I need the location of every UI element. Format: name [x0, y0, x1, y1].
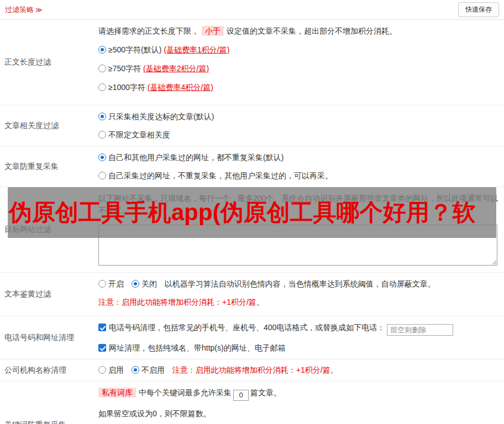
row-length-filter: 正文长度过滤 请选择需求的正文长度下限，小于设定值的文章不采集，超出部分不增加积…: [0, 20, 504, 105]
radio-icon[interactable]: [98, 172, 106, 179]
company-option-on[interactable]: 启用: [98, 365, 124, 374]
option-label: 不启用: [141, 365, 165, 374]
length-intro: 请选择需求的正文长度下限，小于设定值的文章不采集，超出部分不增加积分消耗。: [98, 25, 500, 37]
length-option-1000[interactable]: ≥1000字符(基础费率4积分/篇): [98, 81, 500, 93]
page-title: 过滤策略 ≫: [5, 5, 43, 15]
row-label-site: 目标网站过滤: [0, 187, 95, 272]
row-company-clean: 公司机构名称清理 启用 不启用 注意：启用此功能将增加积分消耗：+1积分/篇。: [0, 359, 504, 381]
row-phone-url-clean: 电话号码和网址清理 电话号码清理，包括常见的手机号、座机号、400电话格式，或替…: [0, 316, 504, 359]
row-site-filter: 目标网站过滤 以下网站不采集，只填域名，每行一个，最多200个。系统会自动识别并…: [0, 187, 504, 273]
private-lexicon-highlight: 私有词库: [98, 388, 136, 398]
row-content-length: 请选择需求的正文长度下限，小于设定值的文章不采集，超出部分不增加积分消耗。 ≥5…: [95, 20, 504, 105]
company-option-off[interactable]: 不启用: [132, 365, 165, 374]
row-content-keyword: 私有词库中每个关键词最多允许采集篇文章。 如果留空或设为0，则不限篇数。 如果设…: [95, 381, 504, 424]
row-content-dedup: 自己和其他用户采集过的网址，都不重复采集(默认) 自己采集过的网址，不重复采集，…: [95, 146, 504, 187]
fee-note: (基础费率1积分/篇): [164, 45, 229, 54]
option-label: 关闭: [141, 279, 157, 288]
keyword-limit-text: 中每个关键词最多允许采集: [139, 388, 232, 397]
relevance-option-any[interactable]: 不限定文章相关度: [98, 129, 500, 141]
site-filter-description: 以下网站不采集，只填域名，每行一个，最多200个。系统会自动识别并屏蔽那些非文章…: [98, 192, 500, 216]
keyword-limit-line: 私有词库中每个关键词最多允许采集篇文章。: [98, 386, 500, 401]
checkbox-label: 网址清理，包括纯域名、带http(s)的网址、电子邮箱: [109, 343, 286, 352]
row-label-company: 公司机构名称清理: [0, 359, 95, 381]
checkbox-icon[interactable]: [98, 324, 106, 331]
url-clean-option[interactable]: 网址清理，包括纯域名、带http(s)的网址、电子邮箱: [98, 342, 500, 354]
length-intro-after: 设定值的文章不采集，超出部分不增加积分消耗。: [227, 26, 397, 35]
company-clean-options: 启用 不启用 注意：启用此功能将增加积分消耗：+1积分/篇。: [98, 364, 500, 376]
option-label: 只采集相关度达标的文章(默认): [108, 112, 214, 121]
row-keyword-dedup: 关键词防重复采集 私有词库中每个关键词最多允许采集篇文章。 如果留空或设为0，则…: [0, 381, 504, 424]
dedup-option-all-users[interactable]: 自己和其他用户采集过的网址，都不重复采集(默认): [98, 151, 500, 163]
porn-filter-options: 开启 关闭 以机器学习算法自动识别色情内容，当色情概率达到系统阈值，自动屏蔽文章…: [98, 278, 500, 290]
phone-clean-option[interactable]: 电话号码清理，包括常见的手机号、座机号、400电话格式，或替换成如下电话：: [98, 321, 500, 336]
quick-save-button[interactable]: 快速保存: [458, 2, 499, 17]
row-dedup-collect: 文章防重复采集 自己和其他用户采集过的网址，都不重复采集(默认) 自己采集过的网…: [0, 146, 504, 187]
length-intro-highlight: 小于: [202, 26, 224, 36]
row-label-dedup: 文章防重复采集: [0, 146, 95, 187]
replacement-phone-input[interactable]: [387, 324, 453, 336]
company-clean-note: 注意：启用此功能将增加积分消耗：+1积分/篇。: [172, 365, 338, 374]
radio-icon[interactable]: [132, 366, 139, 374]
dedup-option-self-only[interactable]: 自己采集过的网址，不重复采集，其他用户采集过的，可以再采。: [98, 169, 500, 182]
option-label: 不限定文章相关度: [108, 130, 170, 139]
fee-note: (基础费率4积分/篇): [148, 83, 213, 92]
checkbox-label: 电话号码清理，包括常见的手机号、座机号、400电话格式，或替换成如下电话：: [109, 323, 385, 332]
porn-option-off[interactable]: 关闭: [132, 279, 157, 288]
row-content-phone: 电话号码清理，包括常见的手机号、座机号、400电话格式，或替换成如下电话： 网址…: [95, 316, 504, 359]
row-porn-filter: 文本鉴黄过滤 开启 关闭 以机器学习算法自动识别色情内容，当色情概率达到系统阈值…: [0, 273, 504, 316]
filter-strategy-page: 过滤策略 ≫ 快速保存 正文长度过滤 请选择需求的正文长度下限，小于设定值的文章…: [0, 0, 504, 424]
keyword-limit-suffix: 篇文章。: [250, 388, 281, 397]
length-option-750[interactable]: ≥750字符(基础费率2积分/篇): [98, 62, 500, 75]
porn-filter-note: 注意：启用此功能将增加积分消耗：+1积分/篇。: [98, 296, 500, 308]
radio-icon[interactable]: [98, 131, 106, 139]
radio-icon[interactable]: [98, 280, 106, 288]
option-label: 自己和其他用户采集过的网址，都不重复采集(默认): [108, 153, 284, 162]
option-label: ≥1000字符: [108, 83, 145, 92]
keyword-limit-input[interactable]: [233, 390, 249, 401]
radio-icon[interactable]: [98, 46, 106, 54]
radio-icon[interactable]: [98, 83, 106, 91]
relevance-option-strict[interactable]: 只采集相关度达标的文章(默认): [98, 110, 500, 123]
row-label-phone: 电话号码和网址清理: [0, 316, 95, 359]
chevron-double-icon: ≫: [35, 6, 43, 14]
radio-icon[interactable]: [98, 113, 106, 120]
row-label-length: 正文长度过滤: [0, 20, 95, 105]
radio-icon[interactable]: [98, 153, 106, 161]
row-label-porn: 文本鉴黄过滤: [0, 273, 95, 316]
option-label: 自己采集过的网址，不重复采集，其他用户采集过的，可以再采。: [108, 171, 333, 180]
row-label-relevance: 文章相关度过滤: [0, 105, 95, 146]
row-label-keyword: 关键词防重复采集: [0, 381, 95, 424]
radio-icon[interactable]: [98, 65, 106, 72]
keyword-note-zero: 如果留空或设为0，则不限篇数。: [98, 407, 500, 420]
page-header: 过滤策略 ≫ 快速保存: [0, 0, 504, 20]
fee-note: (基础费率2积分/篇): [143, 64, 209, 73]
row-content-porn: 开启 关闭 以机器学习算法自动识别色情内容，当色情概率达到系统阈值，自动屏蔽文章…: [95, 273, 504, 316]
radio-icon[interactable]: [98, 366, 106, 374]
radio-icon[interactable]: [132, 280, 139, 288]
row-content-company: 启用 不启用 注意：启用此功能将增加积分消耗：+1积分/篇。: [95, 359, 504, 381]
row-content-site: 以下网站不采集，只填域名，每行一个，最多200个。系统会自动识别并屏蔽那些非文章…: [95, 187, 504, 272]
option-label: 启用: [108, 365, 124, 374]
length-option-500[interactable]: ≥500字符(默认)(基础费率1积分/篇): [98, 44, 500, 56]
row-content-relevance: 只采集相关度达标的文章(默认) 不限定文章相关度: [95, 105, 504, 146]
option-label: ≥750字符: [108, 64, 141, 73]
porn-filter-description: 以机器学习算法自动识别色情内容，当色情概率达到系统阈值，自动屏蔽文章。: [165, 279, 435, 288]
option-label: 开启: [108, 279, 124, 288]
row-relevance-filter: 文章相关度过滤 只采集相关度达标的文章(默认) 不限定文章相关度: [0, 105, 504, 146]
option-label: ≥500字符(默认): [108, 45, 161, 54]
porn-option-on[interactable]: 开启: [98, 279, 124, 288]
blocked-sites-textarea[interactable]: [98, 225, 497, 266]
checkbox-icon[interactable]: [98, 344, 106, 352]
length-intro-before: 请选择需求的正文长度下限，: [98, 26, 199, 35]
page-title-text: 过滤策略: [5, 5, 34, 15]
